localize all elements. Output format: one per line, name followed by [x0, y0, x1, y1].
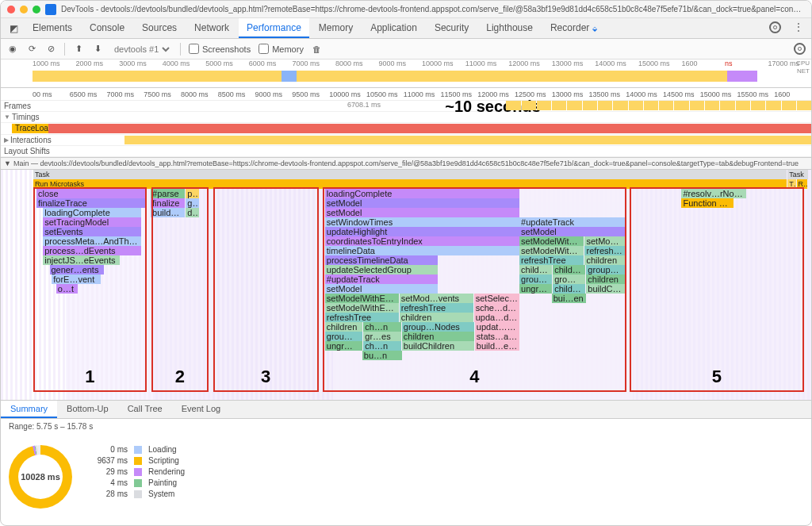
- settings-gear-icon[interactable]: [763, 18, 787, 38]
- flame-chart[interactable]: TaskTask Run MicrotasksTi…edRu…ks close …: [1, 170, 811, 400]
- recording-select[interactable]: devtools #1: [111, 44, 172, 55]
- tab-network[interactable]: Network: [186, 18, 237, 38]
- tab-application[interactable]: Application: [362, 18, 425, 38]
- tab-elements[interactable]: Elements: [25, 18, 80, 38]
- expand-icon[interactable]: ▶: [4, 136, 9, 144]
- record-icon[interactable]: ◉: [7, 44, 18, 54]
- tab-memory[interactable]: Memory: [311, 18, 361, 38]
- upload-icon[interactable]: ⬆: [73, 44, 84, 54]
- inspect-icon[interactable]: ◩: [4, 18, 23, 38]
- tab-call-tree[interactable]: Call Tree: [118, 401, 172, 418]
- tab-console[interactable]: Console: [82, 18, 132, 38]
- tab-bottom-up[interactable]: Bottom-Up: [57, 401, 118, 418]
- center-time-marker: 6708.1 ms: [308, 101, 381, 109]
- overview-strip[interactable]: 1000 ms2000 ms3000 ms 4000 ms5000 ms6000…: [1, 60, 811, 88]
- summary-legend: 0 msLoading 9637 msScripting 29 msRender…: [88, 445, 185, 498]
- tab-sources[interactable]: Sources: [134, 18, 185, 38]
- devtools-icon: [45, 4, 56, 15]
- clear-icon[interactable]: ⊘: [45, 44, 56, 54]
- frames-track[interactable]: Frames 6708.1 ms ~10 seconds: [1, 101, 811, 112]
- tab-performance[interactable]: Performance: [239, 18, 309, 38]
- summary-donut: 10028 ms: [9, 445, 72, 509]
- tab-lighthouse[interactable]: Lighthouse: [478, 18, 541, 38]
- panel-tabs: ◩ Elements Console Sources Network Perfo…: [1, 18, 811, 39]
- more-icon[interactable]: ⋮: [789, 18, 808, 38]
- collapse-icon[interactable]: ▼: [4, 113, 10, 121]
- interactions-track[interactable]: ▶Interactions: [1, 135, 811, 146]
- details-tabs: Summary Bottom-Up Call Tree Event Log: [1, 400, 811, 419]
- collapse-main-icon[interactable]: ▼: [4, 159, 11, 167]
- close-window-icon[interactable]: [7, 6, 15, 13]
- flame-task[interactable]: Task: [33, 170, 787, 179]
- summary-panel: 10028 ms 0 msLoading 9637 msScripting 29…: [1, 434, 811, 513]
- window-titlebar: DevTools - devtools://devtools/bundled/d…: [1, 1, 811, 18]
- reload-record-icon[interactable]: ⟳: [26, 44, 37, 54]
- flame-microtasks[interactable]: Run Microtasks: [33, 179, 787, 189]
- layout-shifts-track[interactable]: Layout Shifts: [1, 146, 811, 157]
- tab-recorder[interactable]: Recorder ⬙: [542, 18, 605, 38]
- tab-security[interactable]: Security: [427, 18, 477, 38]
- overview-ruler: 1000 ms2000 ms3000 ms 4000 ms5000 ms6000…: [1, 60, 811, 69]
- main-thread-header[interactable]: ▼ Main — devtools://devtools/bundled/dev…: [1, 157, 811, 170]
- traceload-row[interactable]: TraceLoad: [1, 123, 811, 135]
- maximize-window-icon[interactable]: [33, 6, 40, 13]
- tracks-section: Frames 6708.1 ms ~10 seconds ▼Timings Tr…: [1, 101, 811, 157]
- tab-summary[interactable]: Summary: [1, 401, 57, 418]
- capture-settings-gear-icon[interactable]: [794, 43, 805, 55]
- minimize-window-icon[interactable]: [20, 6, 28, 13]
- traffic-lights[interactable]: [7, 6, 40, 13]
- trash-icon[interactable]: 🗑: [312, 44, 323, 54]
- range-text: Range: 5.75 s – 15.78 s: [1, 419, 811, 434]
- download-icon[interactable]: ⬇: [92, 44, 103, 54]
- performance-toolbar: ◉ ⟳ ⊘ ⬆ ⬇ devtools #1 Screenshots Memory…: [1, 39, 811, 60]
- screenshots-checkbox[interactable]: Screenshots: [189, 44, 251, 54]
- memory-checkbox[interactable]: Memory: [259, 44, 304, 54]
- tab-event-log[interactable]: Event Log: [172, 401, 231, 418]
- flame-ruler: 00 ms6500 ms7000 ms 7500 ms8000 ms8500 m…: [1, 88, 811, 101]
- timings-track[interactable]: ▼Timings: [1, 112, 811, 123]
- window-title: DevTools - devtools://devtools/bundled/d…: [61, 5, 805, 13]
